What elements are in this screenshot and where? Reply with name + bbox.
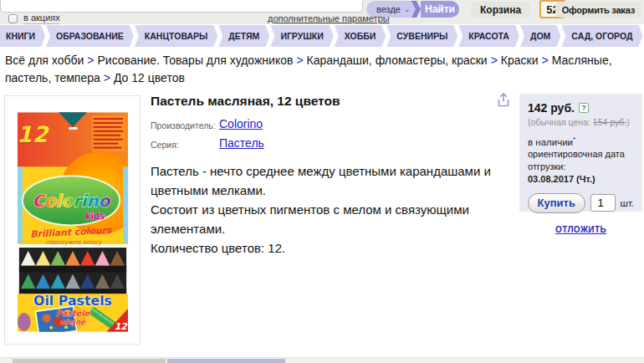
unit-label: шт. [621,198,634,208]
bottom-tab-partial[interactable] [167,359,285,363]
shipping-label: ориентировочная дата отгрузки: [528,149,625,171]
nav-item-krasota[interactable]: КРАСОТА [463,25,515,47]
product-page: везде ⌄ Найти Корзина 52 Оформить заказ … [0,0,644,363]
old-price-prefix: (обычная цена: [528,117,590,127]
brand-sub-text: kids [85,212,105,221]
product-name-en-text: Oil Pastels [33,293,112,309]
defer-link[interactable]: отложить [555,225,606,234]
bottom-tabs-strip [0,357,644,363]
nav-item-suveniry[interactable]: СУВЕНИРЫ [391,25,453,47]
nav-separator [330,25,339,47]
share-button[interactable] [495,92,512,109]
search-button[interactable]: Найти [421,1,459,18]
promo-filter-row: в акциях [8,13,60,24]
nav-separator [381,25,391,47]
bottom-tab-partial[interactable] [13,359,166,363]
availability-status: в наличии* [528,135,634,147]
description-paragraph: Состоит из цветных пигментов с мелом и с… [151,200,525,238]
breadcrumb-separator: > [542,54,549,67]
description-paragraph: Пастель - нечто среднее между цветными к… [151,161,525,200]
breadcrumb-item[interactable]: Краски [501,54,539,67]
buy-row: Купить шт. [528,193,634,213]
nav-separator [213,25,222,47]
breadcrumb-separator: > [104,71,110,84]
breadcrumb-item[interactable]: Карандаши, фломастеры, краски [307,54,488,67]
product-image-art: 12 Colorino kids Brilliant colours inten… [11,100,135,340]
product-name-pl-text-1: Pastele [55,309,90,318]
nav-item-hobbi[interactable]: ХОББИ [339,25,382,47]
nav-item-detyam[interactable]: ДЕТЯМ [222,25,265,47]
quantity-input[interactable] [590,194,616,212]
old-price-line: (обычная цена: 154 руб.) [528,117,634,127]
nav-separator [515,25,524,47]
extra-params-link[interactable]: дополнительные параметры [268,13,390,23]
checkout-button[interactable]: Оформить заказ [555,2,641,18]
price-help-icon[interactable]: ? [579,103,589,113]
price-value: 142 руб. [528,101,575,115]
nav-separator [639,25,644,47]
defer-row: отложить [528,221,634,236]
breadcrumb-separator: > [491,54,498,67]
nav-item-sad-ogorod[interactable]: САД, ОГОРОД [565,25,638,47]
breadcrumb: Всё для хобби>Рисование. Товары для худо… [5,52,637,87]
nav-item-igrushki[interactable]: ИГРУШКИ [274,25,329,47]
breadcrumb-item[interactable]: Всё для хобби [5,54,84,67]
product-name-pl-text-2: olejne [59,318,86,326]
nav-separator [453,25,463,47]
attribute-label: Серия: [151,136,219,150]
breadcrumb-separator: > [87,54,94,67]
price-row: 142 руб. ? [528,101,634,115]
purple-flower-doodle [17,313,30,331]
old-price-suffix: ) [626,117,630,127]
attribute-label: Производитель: [151,117,219,130]
shipping-date-line: ориентировочная дата отгрузки: 03.08.201… [528,148,634,186]
attribute-row-series: Серия: Пастель [151,136,264,150]
nav-separator [265,25,274,47]
brand-logo-text: Colorino [32,192,110,211]
breadcrumb-separator: > [296,54,303,67]
nav-item-kanctovary[interactable]: КАНЦТОВАРЫ [139,25,214,47]
page-title: Пастель масляная, 12 цветов [151,94,340,109]
share-icon [495,92,512,109]
header-bar: везде ⌄ Найти Корзина 52 Оформить заказ … [0,0,644,24]
nav-item-dom[interactable]: ДОМ [524,25,556,47]
product-description: Пастель - нечто среднее между цветными к… [151,161,525,258]
buy-button[interactable]: Купить [528,193,585,213]
tagline-pl-text: intensywne kolory [45,238,103,246]
description-paragraph: Количество цветов: 12. [151,238,525,258]
product-image[interactable]: 12 Colorino kids Brilliant colours inten… [4,95,141,345]
purchase-panel: 142 руб. ? (обычная цена: 154 руб.) в на… [519,94,642,212]
promo-checkbox[interactable] [8,14,18,23]
pack-count-text: 12 [17,121,50,147]
main-nav: КНИГИ ОБРАЗОВАНИЕ КАНЦТОВАРЫ ДЕТЯМ ИГРУШ… [0,25,644,47]
cart-button[interactable]: Корзина [471,2,530,18]
nav-item-obrazovanie[interactable]: ОБРАЗОВАНИЕ [50,25,130,47]
availability-note-mark: * [573,135,575,143]
old-price-value: 154 руб. [593,117,626,127]
nav-item-knigi[interactable]: КНИГИ [0,25,41,47]
breadcrumb-item[interactable]: Рисование. Товары для художников [98,54,294,67]
manufacturer-link[interactable]: Colorino [219,117,263,130]
breadcrumb-current: До 12 цветов [114,71,185,84]
attribute-row-manufacturer: Производитель: Colorino [151,117,264,130]
promo-checkbox-label[interactable]: в акциях [23,13,60,24]
shipping-date: 03.08.2017 (Чт.) [528,174,595,184]
nav-separator [41,25,50,47]
nav-separator [556,25,565,47]
product-attributes: Производитель: Colorino Серия: Пастель [151,117,264,156]
series-link[interactable]: Пастель [219,136,264,150]
nav-separator [130,25,139,47]
corner-count-text: 12 [114,321,128,332]
search-input[interactable] [0,0,363,13]
chevron-down-icon: ⌄ [404,5,411,13]
